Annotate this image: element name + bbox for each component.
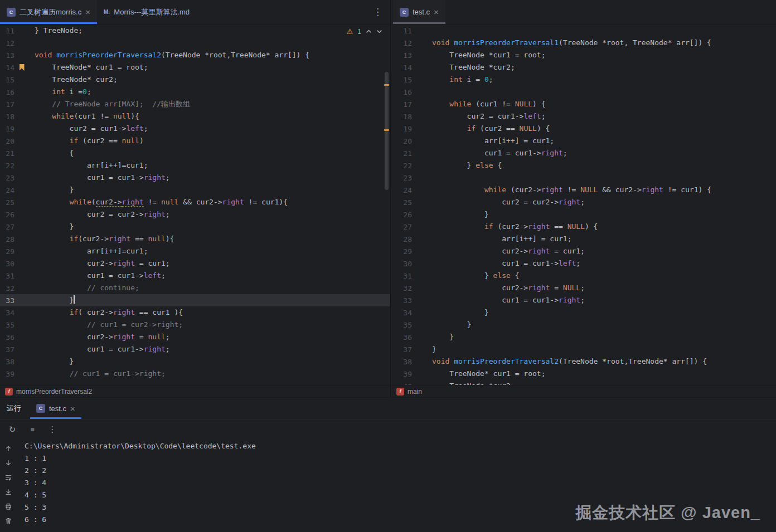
line-number[interactable]: 37 bbox=[0, 345, 14, 354]
code-line[interactable]: 15 TreeNode* cur2; bbox=[0, 74, 390, 86]
code-line[interactable]: 23 bbox=[391, 172, 776, 184]
code-line[interactable]: 34 if( cur2->right == cur1 ){ bbox=[0, 306, 390, 319]
line-number[interactable]: 32 bbox=[391, 284, 412, 292]
code-line[interactable]: 31 cur1 = cur1->left; bbox=[0, 270, 390, 282]
line-number[interactable]: 40 bbox=[391, 382, 412, 385]
more-options-icon[interactable]: ⋮ bbox=[47, 424, 58, 435]
code-line[interactable]: 38 } bbox=[0, 355, 390, 368]
line-number[interactable]: 27 bbox=[0, 223, 14, 231]
code-line[interactable]: 40 TreeNode *cur2; bbox=[391, 380, 776, 385]
line-number[interactable]: 30 bbox=[391, 260, 412, 268]
close-icon[interactable]: × bbox=[70, 404, 75, 413]
line-number[interactable]: 18 bbox=[0, 113, 14, 121]
code-line[interactable]: 20 if (cur2 == null) bbox=[0, 135, 390, 147]
line-number[interactable]: 28 bbox=[0, 235, 14, 243]
code-line[interactable]: 29 cur2->right = cur1; bbox=[391, 245, 776, 257]
code-line[interactable]: 14 TreeNode *cur2; bbox=[391, 61, 776, 74]
code-line[interactable]: 16 int i =0; bbox=[0, 86, 390, 98]
line-number[interactable]: 13 bbox=[391, 51, 412, 60]
line-number[interactable]: 35 bbox=[391, 321, 412, 329]
code-line[interactable]: 35 } bbox=[391, 319, 776, 331]
code-line[interactable]: 30 cur2->right = cur1; bbox=[0, 257, 390, 270]
code-line[interactable]: 36 } bbox=[391, 331, 776, 343]
code-line[interactable]: 12 bbox=[0, 37, 390, 49]
line-number[interactable]: 36 bbox=[391, 333, 412, 341]
line-number[interactable]: 14 bbox=[391, 64, 412, 72]
line-number[interactable]: 22 bbox=[0, 162, 14, 170]
line-number[interactable]: 16 bbox=[0, 88, 14, 96]
line-number[interactable]: 12 bbox=[391, 39, 412, 47]
line-number[interactable]: 24 bbox=[391, 186, 412, 194]
code-line[interactable]: 11} TreeNode; bbox=[0, 25, 390, 37]
code-line[interactable]: 25 while(cur2->right != null && cur2->ri… bbox=[0, 196, 390, 208]
line-number[interactable]: 34 bbox=[0, 309, 14, 317]
code-line[interactable]: 23 cur1 = cur1->right; bbox=[0, 172, 390, 184]
line-number[interactable]: 15 bbox=[0, 76, 14, 84]
code-line[interactable]: 14 TreeNode* cur1 = root; bbox=[0, 61, 390, 74]
line-number[interactable]: 13 bbox=[0, 51, 14, 60]
line-number[interactable]: 36 bbox=[0, 333, 14, 341]
line-number[interactable]: 33 bbox=[0, 296, 14, 305]
line-number[interactable]: 35 bbox=[0, 321, 14, 329]
line-number[interactable]: 25 bbox=[391, 198, 412, 207]
breadcrumb-left[interactable]: f morrisPreorderTraversal2 bbox=[0, 385, 390, 397]
line-number[interactable]: 27 bbox=[391, 223, 412, 231]
editor-options-icon[interactable]: ⋮ bbox=[365, 6, 390, 18]
run-tab-test-c[interactable]: C test.c × bbox=[30, 398, 81, 419]
code-line[interactable]: 35 // cur1 = cur2->right; bbox=[0, 319, 390, 331]
soft-wrap-icon[interactable] bbox=[3, 472, 13, 482]
code-line[interactable]: 32 cur2->right = NULL; bbox=[391, 282, 776, 294]
code-line[interactable]: 18 cur2 = cur1->left; bbox=[391, 110, 776, 123]
line-number[interactable]: 14 bbox=[0, 64, 14, 72]
tab-morris-c[interactable]: C 二叉树遍历morris.c × bbox=[0, 0, 97, 24]
line-number[interactable]: 17 bbox=[391, 100, 412, 109]
code-line[interactable]: 20 arr[i++] = cur1; bbox=[391, 135, 776, 147]
code-line[interactable]: 37} bbox=[391, 343, 776, 355]
line-number[interactable]: 18 bbox=[391, 113, 412, 121]
code-line[interactable]: 31 } else { bbox=[391, 270, 776, 282]
rerun-icon[interactable]: ↻ bbox=[7, 424, 18, 435]
code-line[interactable]: 17 while (cur1 != NULL) { bbox=[391, 98, 776, 110]
code-line[interactable]: 24 while (cur2->right != NULL && cur2->r… bbox=[391, 184, 776, 196]
line-number[interactable]: 20 bbox=[0, 137, 14, 145]
code-line[interactable]: 11 bbox=[391, 25, 776, 37]
line-number[interactable]: 22 bbox=[391, 162, 412, 170]
line-number[interactable]: 19 bbox=[391, 125, 412, 133]
line-number[interactable]: 15 bbox=[391, 76, 412, 84]
code-area-left[interactable]: 11} TreeNode;1213void morrisPreorderTrav… bbox=[0, 25, 390, 380]
scrollbar-warning-mark[interactable] bbox=[384, 84, 389, 86]
code-line[interactable]: 39 // cur1 = cur1->right; bbox=[0, 368, 390, 380]
scroll-to-end-icon[interactable] bbox=[3, 487, 13, 497]
prev-problem-icon[interactable] bbox=[366, 30, 372, 33]
code-line[interactable]: 36 cur2->right = null; bbox=[0, 331, 390, 343]
code-line[interactable]: 37 cur1 = cur1->right; bbox=[0, 343, 390, 355]
editor-right[interactable]: 1112void morrisPreorderTraversal1(TreeNo… bbox=[390, 25, 776, 385]
clear-all-icon[interactable] bbox=[3, 516, 13, 526]
line-number[interactable]: 39 bbox=[391, 370, 412, 378]
line-number[interactable]: 29 bbox=[0, 247, 14, 256]
line-number[interactable]: 31 bbox=[0, 272, 14, 280]
inspections-widget[interactable]: ⚠ 1 bbox=[347, 27, 382, 36]
close-icon[interactable]: × bbox=[85, 8, 90, 16]
code-line[interactable]: 24 } bbox=[0, 184, 390, 196]
line-number[interactable]: 32 bbox=[0, 284, 14, 292]
close-icon[interactable]: × bbox=[434, 8, 439, 16]
stop-icon[interactable]: ■ bbox=[27, 426, 38, 433]
code-line[interactable]: 33 cur1 = cur1->right; bbox=[391, 294, 776, 306]
line-number[interactable]: 38 bbox=[0, 358, 14, 366]
code-line[interactable]: 13void morrisPreorderTraversal2(TreeNode… bbox=[0, 49, 390, 61]
code-line[interactable]: 30 cur1 = cur1->left; bbox=[391, 257, 776, 270]
code-line[interactable]: 26 } bbox=[391, 208, 776, 221]
line-number[interactable]: 38 bbox=[391, 358, 412, 366]
scrollbar-thumb[interactable] bbox=[385, 72, 389, 190]
code-line[interactable]: 34 } bbox=[391, 306, 776, 319]
code-area-right[interactable]: 1112void morrisPreorderTraversal1(TreeNo… bbox=[391, 25, 776, 385]
bookmark-icon[interactable] bbox=[20, 64, 25, 71]
line-number[interactable]: 34 bbox=[391, 309, 412, 317]
code-line[interactable]: 33 } bbox=[0, 294, 390, 306]
line-number[interactable]: 11 bbox=[391, 27, 412, 35]
code-line[interactable]: 26 cur2 = cur2->right; bbox=[0, 208, 390, 221]
code-line[interactable]: 27 } bbox=[0, 221, 390, 233]
code-line[interactable]: 32 // continue; bbox=[0, 282, 390, 294]
scrollbar-warning-mark[interactable] bbox=[384, 129, 389, 131]
